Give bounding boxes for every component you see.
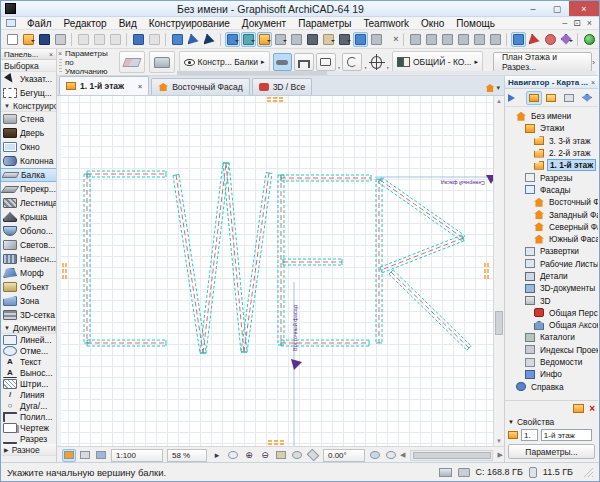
toolbar-separator[interactable] — [220, 33, 221, 46]
tree-expander-icon[interactable] — [524, 211, 532, 219]
snap-guides-icon[interactable] — [257, 32, 272, 47]
tree-expander-icon[interactable] — [515, 260, 523, 268]
element-table-icon[interactable] — [369, 32, 384, 47]
canvas-vertical-scrollbar[interactable]: ▲ ▼ — [493, 96, 504, 446]
rotation-selector[interactable]: 0.00° — [323, 449, 365, 462]
plan-and-section-button[interactable]: План Этажа и Разрез... — [493, 52, 592, 72]
tree-expander-icon[interactable] — [515, 284, 523, 292]
tree-schedules[interactable]: Каталоги — [505, 331, 598, 343]
tool-door[interactable]: Дверь — [1, 126, 56, 140]
view-map-button[interactable] — [544, 91, 560, 105]
redo-icon[interactable] — [147, 32, 162, 47]
zoom-in-button[interactable]: ⊕ — [242, 449, 256, 462]
beam-geometry-curved-button[interactable] — [342, 53, 362, 71]
tree-story-3[interactable]: 3. 3-й этаж — [505, 135, 598, 147]
tree-expander-icon[interactable] — [515, 297, 523, 305]
scale-selector[interactable]: 1:100 — [111, 449, 163, 462]
reference-plane-icon[interactable] — [305, 32, 320, 47]
properties-header[interactable]: ▼ Свойства — [505, 416, 598, 428]
inject-parameters-icon[interactable] — [202, 32, 217, 47]
delete-icon[interactable]: × — [589, 403, 595, 414]
tree-expander-icon[interactable] — [515, 174, 523, 182]
tree-expander-icon[interactable] — [524, 309, 532, 317]
menu-item[interactable]: Окно — [415, 18, 450, 29]
layers-icon[interactable] — [321, 32, 336, 47]
hscroll-right-icon[interactable]: ▶ — [497, 451, 504, 459]
minimize-button[interactable]: – — [521, 1, 545, 16]
tree-expander-icon[interactable] — [515, 124, 523, 132]
eraser-button[interactable] — [119, 51, 145, 73]
tree-expander-icon[interactable] — [524, 161, 532, 169]
tree-expander-icon[interactable] — [515, 333, 523, 341]
tree-expander-icon[interactable] — [515, 247, 523, 255]
title-bar[interactable]: Без имени - Graphisoft ArchiCAD-64 19 – … — [1, 1, 599, 17]
tree-details[interactable]: Детали — [505, 270, 598, 282]
tree-3d-documents[interactable]: 3D-документы — [505, 282, 598, 294]
open-icon[interactable] — [21, 32, 36, 47]
beam-geometry-rectangle-button[interactable] — [316, 53, 336, 71]
copy-icon[interactable] — [92, 32, 107, 47]
tree-project-indexes[interactable]: Индексы Проекта — [505, 344, 598, 356]
tab-floor-plan[interactable]: 1. 1-й этаж × — [59, 76, 149, 95]
toolbox-close-icon[interactable]: × — [49, 51, 53, 58]
mdi-minimize-button[interactable]: – — [559, 18, 570, 28]
beam-geometry-chained-button[interactable] — [294, 53, 314, 71]
tool-fill[interactable]: Штри... — [1, 378, 56, 389]
tree-expander-icon[interactable] — [524, 137, 532, 145]
tool-beam[interactable]: Балка — [1, 168, 56, 182]
find-select-icon[interactable] — [170, 32, 185, 47]
tool-label[interactable]: A Вынос... — [1, 367, 56, 378]
tool-wall[interactable]: Стена — [1, 112, 56, 126]
more-options-button[interactable]: ▸ — [210, 449, 224, 462]
tree-sections[interactable]: Разрезы — [505, 171, 598, 183]
project-map-button[interactable] — [526, 91, 542, 105]
undo-icon[interactable] — [131, 32, 146, 47]
beam-geometry-straight-button[interactable] — [273, 53, 293, 71]
story-id-field[interactable]: 1. — [521, 429, 538, 441]
tree-perspective[interactable]: Общая Перспектива — [505, 307, 598, 319]
layer-dropdown[interactable]: ОБЩИЙ - КО... ▸ — [392, 51, 483, 73]
tree-project-root[interactable]: Без имени — [505, 110, 598, 122]
toolbar-separator[interactable] — [71, 33, 72, 46]
tree-expander-icon[interactable] — [515, 346, 523, 354]
menu-item[interactable]: Параметры — [292, 18, 357, 29]
tool-polyline[interactable]: Полил... — [1, 411, 56, 422]
toolbar-separator[interactable] — [403, 33, 404, 46]
tool-window[interactable]: Окно — [1, 140, 56, 154]
tree-axonometry[interactable]: Общая Аксонометрия — [505, 319, 598, 331]
fit-in-window-button[interactable] — [290, 449, 304, 462]
tree-stories[interactable]: Этажи — [505, 122, 598, 134]
favorites-button[interactable] — [149, 51, 175, 73]
tool-marquee[interactable]: Бегущ... — [1, 86, 56, 100]
tree-elev-west[interactable]: Западный Фасад — [505, 208, 598, 220]
tool-drawing[interactable]: Чертеж — [1, 422, 56, 433]
tab-east-elevation[interactable]: Восточный Фасад — [151, 78, 249, 95]
toolbar-separator[interactable] — [577, 33, 578, 46]
tree-elev-north[interactable]: Северный Фасад — [505, 221, 598, 233]
tool-arrow[interactable]: Указат... — [1, 72, 56, 86]
split-icon[interactable] — [424, 32, 439, 47]
orbit-button[interactable] — [306, 449, 320, 462]
tree-expander-icon[interactable] — [506, 383, 514, 391]
tree-3d[interactable]: 3D — [505, 294, 598, 306]
tool-skylight[interactable]: Светов... — [1, 238, 56, 252]
zoom-selector[interactable]: 58 % — [167, 449, 207, 462]
tree-expander-icon[interactable] — [524, 149, 532, 157]
menu-item[interactable]: Документ — [236, 18, 292, 29]
tree-expander-icon[interactable] — [515, 272, 523, 280]
mdi-close-button[interactable]: × — [584, 18, 595, 28]
maximize-button[interactable]: ▢ — [545, 1, 569, 16]
next-zoom-button[interactable] — [384, 449, 398, 462]
new-icon[interactable] — [5, 32, 20, 47]
zoom-adjust-button[interactable] — [226, 449, 240, 462]
quick-options-button[interactable] — [62, 449, 76, 462]
save-icon[interactable] — [37, 32, 52, 47]
adjust-icon[interactable] — [440, 32, 455, 47]
story-name-field[interactable]: 1-й этаж — [541, 429, 592, 441]
close-button[interactable]: × — [569, 1, 599, 16]
canvas-horizontal-scrollbar[interactable] — [410, 450, 492, 461]
menu-item[interactable]: Вид — [113, 18, 143, 29]
tool-mesh[interactable]: 3D-сетка — [1, 308, 56, 322]
grid-snap-icon[interactable] — [511, 32, 526, 47]
suspend-groups-icon[interactable]: × — [385, 32, 400, 47]
